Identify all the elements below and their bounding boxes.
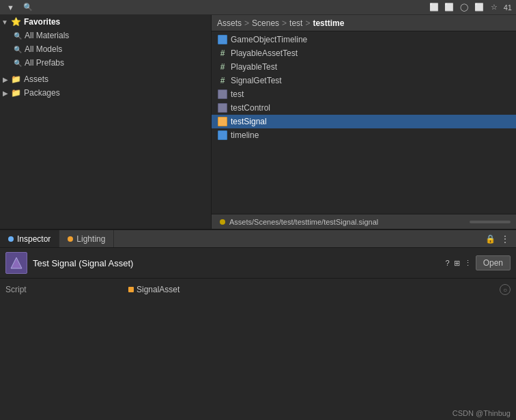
open-button[interactable]: Open bbox=[476, 255, 511, 270]
asset-item-test[interactable]: test bbox=[212, 87, 516, 101]
asset-label: PlayableTest bbox=[231, 62, 277, 72]
packages-folder-icon: 📁 bbox=[11, 88, 21, 98]
search-icon[interactable]: 🔍 bbox=[23, 2, 33, 13]
asset-list: GameObjectTimeline # PlayableAssetTest #… bbox=[212, 31, 516, 214]
asset-item-timeline[interactable]: timeline bbox=[212, 128, 516, 142]
favorites-label: Favorites bbox=[24, 17, 60, 27]
toolbar-icon-1[interactable]: ⬜ bbox=[429, 2, 440, 13]
asset-label: test bbox=[231, 89, 244, 99]
breadcrumb-sep-3: > bbox=[305, 18, 310, 28]
more-options-button[interactable]: ⋮ bbox=[464, 259, 472, 268]
right-panel: Assets > Scenes > test > testtime GameOb… bbox=[212, 15, 516, 229]
script-row: Script SignalAsset ○ bbox=[0, 281, 516, 298]
inspector-header-actions: ? ⊞ ⋮ Open bbox=[446, 255, 511, 270]
test-icon bbox=[217, 89, 228, 100]
test-icon-testcontrol bbox=[217, 102, 228, 113]
tree-item-all-prefabs[interactable]: 🔍 All Prefabs bbox=[0, 56, 211, 70]
tab-lighting[interactable]: Lighting bbox=[59, 230, 114, 247]
tab-actions: 🔒 ⋮ bbox=[478, 233, 516, 245]
menu-button[interactable]: ▼ bbox=[4, 3, 17, 12]
search-icon-models: 🔍 bbox=[14, 46, 22, 53]
tree-item-assets[interactable]: ▶ 📁 Assets bbox=[0, 72, 211, 86]
asset-item-signalgettest[interactable]: # SignalGetTest bbox=[212, 74, 516, 87]
inspector-tab-label: Inspector bbox=[17, 234, 51, 244]
asset-item-testcontrol[interactable]: testControl bbox=[212, 101, 516, 115]
scene-icon-gameobjecttimeline bbox=[217, 34, 228, 45]
script-label: Script bbox=[5, 285, 128, 294]
search-icon-prefabs: 🔍 bbox=[14, 59, 22, 67]
all-materials-label: All Materials bbox=[25, 31, 69, 40]
lock-button[interactable]: 🔒 bbox=[484, 233, 497, 245]
inspector-header: Test Signal (Signal Asset) ? ⊞ ⋮ Open bbox=[0, 248, 516, 279]
script-icon-playabletest: # bbox=[217, 61, 228, 72]
breadcrumb: Assets > Scenes > test > testtime bbox=[212, 15, 516, 31]
search-icon-materials: 🔍 bbox=[14, 32, 22, 40]
all-models-label: All Models bbox=[25, 44, 62, 54]
scene-icon-timeline bbox=[217, 130, 228, 141]
asset-label: PlayableAssetTest bbox=[231, 48, 298, 58]
status-path: Assets/Scenes/test/testtime/testSignal.s… bbox=[229, 218, 378, 226]
status-dot bbox=[220, 219, 225, 225]
tree-item-all-materials[interactable]: 🔍 All Materials bbox=[0, 29, 211, 42]
asset-label: GameObjectTimeline bbox=[231, 35, 307, 44]
toolbar-star-icon[interactable]: ☆ bbox=[489, 2, 500, 13]
preset-button[interactable]: ⊞ bbox=[454, 259, 460, 268]
toolbar-icon-2[interactable]: ⬜ bbox=[444, 2, 455, 13]
script-icon-signalgettest: # bbox=[217, 75, 228, 86]
toolbar-count: 41 bbox=[504, 3, 512, 12]
packages-label: Packages bbox=[24, 88, 60, 98]
favorites-folder-icon: ⭐ bbox=[11, 17, 21, 27]
watermark: CSDN @Thinbug bbox=[453, 409, 511, 417]
asset-item-playabletest[interactable]: # PlayableTest bbox=[212, 60, 516, 74]
signal-value-dot bbox=[128, 287, 134, 292]
inspector-title: Test Signal (Signal Asset) bbox=[33, 258, 446, 268]
more-button[interactable]: ⋮ bbox=[500, 233, 511, 245]
script-value: SignalAsset ○ bbox=[128, 284, 511, 295]
breadcrumb-test[interactable]: test bbox=[289, 18, 302, 28]
signal-icon-testsignal bbox=[217, 116, 228, 127]
toolbar-icon-3[interactable]: ◯ bbox=[459, 2, 470, 13]
assets-folder-icon: 📁 bbox=[11, 74, 21, 84]
breadcrumb-assets[interactable]: Assets bbox=[217, 18, 242, 28]
status-bar: Assets/Scenes/test/testtime/testSignal.s… bbox=[212, 214, 516, 229]
asset-label: timeline bbox=[231, 130, 259, 140]
packages-arrow: ▶ bbox=[3, 89, 8, 97]
tab-inspector[interactable]: Inspector bbox=[0, 230, 59, 247]
asset-label: SignalGetTest bbox=[231, 76, 282, 85]
asset-item-gameobjecttimeline[interactable]: GameObjectTimeline bbox=[212, 33, 516, 46]
bottom-panel: Inspector Lighting 🔒 ⋮ Test Signal (Sign… bbox=[0, 229, 516, 420]
toolbar-icon-4[interactable]: ⬜ bbox=[474, 2, 485, 13]
all-prefabs-label: All Prefabs bbox=[25, 58, 64, 68]
asset-label: testControl bbox=[231, 103, 270, 113]
breadcrumb-scenes[interactable]: Scenes bbox=[252, 18, 279, 28]
tree-item-all-models[interactable]: 🔍 All Models bbox=[0, 42, 211, 56]
asset-item-playableassettest[interactable]: # PlayableAssetTest bbox=[212, 46, 516, 60]
breadcrumb-testtime[interactable]: testtime bbox=[313, 18, 344, 28]
help-button[interactable]: ? bbox=[446, 259, 450, 267]
left-panel: ▼ ⭐ Favorites 🔍 All Materials 🔍 All Mode… bbox=[0, 15, 212, 229]
tree-item-packages[interactable]: ▶ 📁 Packages bbox=[0, 86, 211, 100]
lighting-tab-dot bbox=[68, 236, 73, 242]
asset-item-testsignal[interactable]: testSignal bbox=[212, 115, 516, 128]
breadcrumb-sep-1: > bbox=[244, 18, 249, 28]
toolbar-icons: ⬜ ⬜ ◯ ⬜ ☆ 41 bbox=[429, 2, 512, 13]
asset-label: testSignal bbox=[231, 117, 267, 126]
breadcrumb-sep-2: > bbox=[282, 18, 287, 28]
inspector-body: Script SignalAsset ○ bbox=[0, 279, 516, 420]
tab-bar: Inspector Lighting 🔒 ⋮ bbox=[0, 230, 516, 248]
main-area: ▼ ⭐ Favorites 🔍 All Materials 🔍 All Mode… bbox=[0, 15, 516, 229]
lighting-tab-label: Lighting bbox=[76, 234, 105, 244]
svg-marker-0 bbox=[11, 257, 22, 268]
zoom-slider[interactable] bbox=[470, 221, 511, 223]
script-circle-button[interactable]: ○ bbox=[500, 284, 511, 295]
favorites-arrow: ▼ bbox=[1, 18, 8, 26]
inspector-tab-dot bbox=[8, 236, 14, 242]
top-toolbar: ▼ 🔍 ⬜ ⬜ ◯ ⬜ ☆ 41 bbox=[0, 0, 516, 15]
script-icon-playableassettest: # bbox=[217, 48, 228, 59]
project-tree: ▼ ⭐ Favorites 🔍 All Materials 🔍 All Mode… bbox=[0, 15, 211, 229]
assets-label: Assets bbox=[24, 74, 48, 84]
script-value-text: SignalAsset bbox=[137, 285, 180, 294]
favorites-header[interactable]: ▼ ⭐ Favorites bbox=[0, 15, 211, 29]
asset-preview-icon bbox=[5, 252, 27, 274]
assets-arrow: ▶ bbox=[3, 76, 8, 83]
